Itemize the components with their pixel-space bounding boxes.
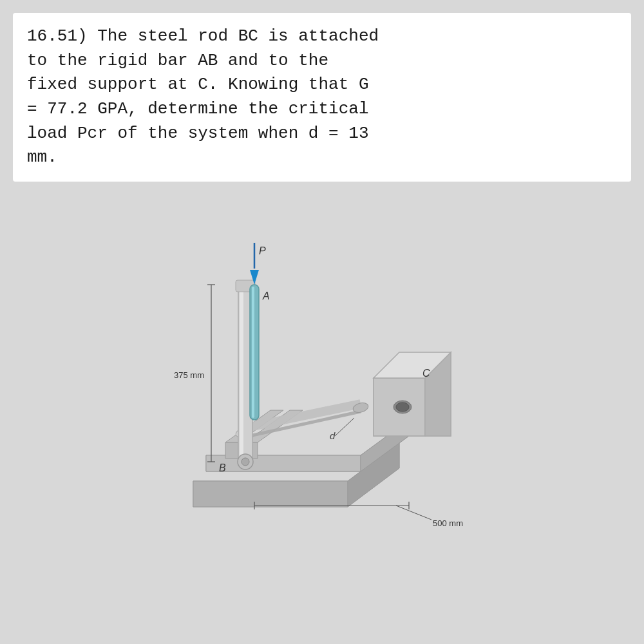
- diagram-area: P A B C d 375 mm 500 mm: [0, 191, 644, 552]
- load-arrow-P: [250, 243, 259, 285]
- label-P: P: [259, 245, 266, 256]
- problem-text: 16.51) The steel rod BC is attached to t…: [27, 24, 617, 170]
- text-box: 16.51) The steel rod BC is attached to t…: [13, 13, 631, 182]
- svg-line-29: [335, 418, 354, 436]
- steel-rod-BC: [250, 285, 259, 420]
- svg-text:500 mm: 500 mm: [433, 518, 463, 528]
- dimension-500mm: 500 mm: [254, 502, 463, 528]
- svg-point-23: [242, 458, 249, 466]
- label-C: C: [422, 368, 430, 379]
- dimension-375mm: 375 mm: [174, 285, 215, 462]
- label-d: d: [330, 430, 336, 441]
- engineering-diagram: P A B C d 375 mm 500 mm: [155, 204, 489, 539]
- svg-rect-26: [252, 287, 254, 418]
- svg-text:375 mm: 375 mm: [174, 370, 204, 380]
- svg-marker-1: [193, 481, 348, 507]
- svg-line-37: [396, 506, 431, 520]
- label-A: A: [262, 290, 270, 301]
- svg-point-19: [396, 402, 409, 412]
- label-B: B: [219, 462, 226, 473]
- fixed-support: [374, 352, 451, 436]
- svg-rect-21: [240, 281, 243, 462]
- svg-marker-7: [225, 442, 238, 459]
